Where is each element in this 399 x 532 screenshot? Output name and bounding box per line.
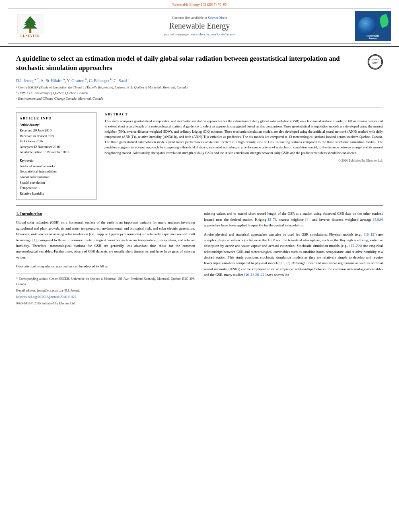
- affiliation-b: b INRS-ETE, University of Québec, Québec…: [16, 90, 383, 96]
- intro-para-1: Global solar radiation (GSR) on a horizo…: [16, 220, 195, 260]
- history-item-2: Received in revised form: [20, 134, 93, 139]
- divider-body: [16, 205, 383, 206]
- article-info-box: ARTICLE INFO Article history: Received 2…: [16, 112, 97, 200]
- intro-para-right-1: missing values and to extend short recor…: [204, 211, 383, 228]
- author-jeong[interactable]: D.I. Jeong: [16, 78, 33, 82]
- abstract-text: This study compares geostatistical inter…: [105, 119, 383, 156]
- affiliation-c: c Environment and Climate Change Canada,…: [16, 96, 383, 101]
- ref-1[interactable]: [1]: [32, 238, 37, 242]
- ref-10-12[interactable]: [10–12]: [364, 232, 376, 236]
- re-cover-image: RenewableEnergy: [355, 11, 391, 41]
- ref-5-8-9[interactable]: [5,8,9]: [373, 218, 383, 222]
- history-item-3: 16 October 2016: [20, 139, 93, 144]
- ref-13-20[interactable]: [13–20]: [350, 244, 361, 248]
- issn-line: 0960-1481/© 2016 Published by Elsevier L…: [16, 301, 195, 306]
- info-abstract-section: ARTICLE INFO Article history: Received 2…: [16, 112, 383, 200]
- footnote-email: E-mail address: jeong@sca.uqam.ca (D.I. …: [16, 288, 195, 294]
- ref-4[interactable]: [4]: [305, 218, 310, 222]
- author-gratton[interactable]: Y. Gratton: [67, 78, 84, 82]
- keyword-1: Artificial neural networks: [20, 164, 93, 169]
- ref-2-7[interactable]: [2–7]: [268, 218, 276, 222]
- article-info-col: ARTICLE INFO Article history: Received 2…: [16, 112, 97, 200]
- journal-right-logo: RenewableEnergy: [347, 11, 391, 41]
- keyword-5: Temperature: [20, 185, 93, 191]
- journal-citation: Renewable Energy 103 (2017) 70–80: [8, 2, 391, 6]
- journal-center: Contents lists available at ScienceDirec…: [52, 16, 347, 36]
- contents-line: Contents lists available at ScienceDirec…: [60, 16, 339, 20]
- keyword-2: Geostatistical interpolation: [20, 169, 93, 175]
- authors-line: D.I. Jeong a, *, A. St-Hilaire b, Y. Gra…: [16, 78, 383, 83]
- footnote-email-link[interactable]: jeong@sca.uqam.ca: [37, 289, 63, 292]
- crossmark-icon: Cross Mark: [368, 54, 383, 70]
- keywords-section: Keywords: Artificial neural networks Geo…: [20, 158, 93, 196]
- history-label: Article history:: [20, 123, 93, 128]
- history-section: Article history: Received 29 June 2016 R…: [20, 123, 93, 155]
- homepage-link[interactable]: www.elsevier.com/locate/renene: [191, 32, 235, 36]
- history-item-5: Available online 15 November 2016: [20, 150, 93, 155]
- journal-homepage: journal homepage: www.elsevier.com/locat…: [60, 32, 339, 36]
- body-col-right: missing values and to extend short recor…: [204, 211, 383, 307]
- sciencedirect-link[interactable]: ScienceDirect: [208, 16, 227, 20]
- article-title-section: A guideline to select an estimation mode…: [16, 54, 383, 73]
- body-content: 1. Introduction Global solar radiation (…: [16, 211, 383, 307]
- journal-title: Renewable Energy: [60, 21, 339, 31]
- author-st-hilaire[interactable]: A. St-Hilaire: [41, 78, 62, 82]
- elsevier-tree-icon: [17, 14, 43, 34]
- leaf-icon: [378, 14, 391, 28]
- intro-para-2: Geostatistical interpolation approaches …: [16, 263, 195, 269]
- history-item-1: Received 29 June 2016: [20, 128, 93, 134]
- affiliations: a Centre ESCER (Étude et Simulation du C…: [16, 85, 383, 101]
- globe-icon: [358, 17, 376, 35]
- page: Renewable Energy 103 (2017) 70–80 ELSEVI…: [0, 0, 399, 532]
- keyword-6: Relative humidity: [20, 191, 93, 197]
- body-col-left: 1. Introduction Global solar radiation (…: [16, 211, 195, 307]
- keyword-3: Global solar radiation: [20, 175, 93, 180]
- history-item-4: Accepted 12 November 2016: [20, 144, 93, 150]
- copyright-line: © 2016 Published by Elsevier Ltd.: [105, 159, 383, 162]
- abstract-section: ABSTRACT This study compares geostatisti…: [105, 112, 383, 200]
- article-title: A guideline to select an estimation mode…: [16, 54, 364, 73]
- article-content: A guideline to select an estimation mode…: [0, 47, 399, 314]
- svg-text:Cross: Cross: [372, 58, 379, 61]
- article-info-label: ARTICLE INFO: [20, 116, 93, 121]
- footnote-corresponding: * Corresponding author. Centre ESCER, Un…: [16, 277, 195, 287]
- crossmark-badge: Cross Mark: [368, 54, 383, 70]
- keyword-4: Spatial correlation: [20, 180, 93, 186]
- doi-line: http://dx.doi.org/10.1016/j.renene.2016.…: [16, 295, 195, 300]
- affiliation-a: a Centre ESCER (Étude et Simulation du C…: [16, 85, 383, 90]
- svg-rect-1: [29, 28, 31, 33]
- ref-16-17[interactable]: [16,17]: [280, 261, 290, 265]
- abstract-label: ABSTRACT: [105, 112, 383, 116]
- elsevier-logo: ELSEVIER: [8, 14, 52, 38]
- svg-text:Mark: Mark: [372, 62, 378, 64]
- author-saad[interactable]: C. Saad: [114, 78, 127, 82]
- journal-header: Renewable Energy 103 (2017) 70–80 ELSEVI…: [0, 0, 399, 47]
- intro-para-right-2: At-site physical and statistical approac…: [204, 232, 383, 278]
- journal-banner: ELSEVIER Contents lists available at Sci…: [8, 8, 391, 44]
- footnotes: * Corresponding author. Centre ESCER, Un…: [16, 273, 195, 306]
- elsevier-name: ELSEVIER: [21, 34, 40, 38]
- keywords-label: Keywords:: [20, 158, 93, 164]
- author-belanger[interactable]: C. Bélanger: [89, 78, 109, 82]
- ref-16-22[interactable]: [16–18,20–22]: [244, 273, 265, 277]
- intro-heading: 1. Introduction: [16, 211, 195, 217]
- divider-top: [16, 107, 383, 107]
